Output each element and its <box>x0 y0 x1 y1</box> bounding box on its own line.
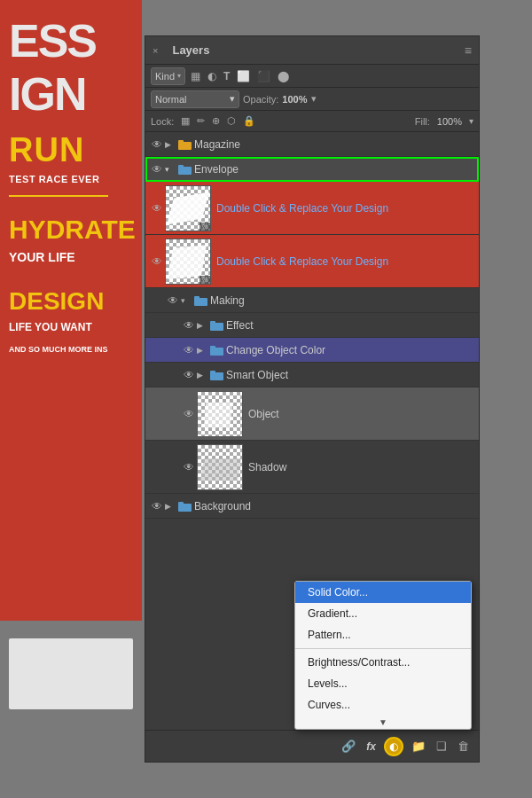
dropdown-item-gradient[interactable]: Gradient... <box>295 603 471 624</box>
poster-text-ess: ESS <box>9 18 133 64</box>
lock-row: Lock: ▦ ✏ ⊕ ⬡ 🔒 Fill: 100% ▾ <box>145 111 479 132</box>
add-adjustment-icon[interactable]: ◐ <box>384 737 403 756</box>
kind-dropdown-arrow: ▾ <box>177 72 181 80</box>
visibility-icon-shadow[interactable]: 👁 <box>181 459 197 475</box>
layer-row-effect[interactable]: 👁 ▶ Effect <box>145 313 479 338</box>
blend-mode-arrow: ▾ <box>230 93 235 105</box>
fx-icon[interactable]: fx <box>364 739 379 755</box>
lock-pixels-icon[interactable]: ▦ <box>179 114 192 128</box>
opacity-arrow[interactable]: ▾ <box>311 93 317 105</box>
svg-rect-5 <box>194 296 200 299</box>
svg-rect-10 <box>210 372 223 380</box>
envelope-white <box>9 638 133 709</box>
lock-paint-icon[interactable]: ✏ <box>195 114 207 128</box>
kind-dropdown[interactable]: Kind ▾ <box>151 67 185 85</box>
svg-rect-13 <box>178 502 184 505</box>
opacity-row: Opacity: 100% ▾ <box>243 93 317 105</box>
dropdown-item-levels[interactable]: Levels... <box>295 673 471 694</box>
layer-row-making[interactable]: 👁 ▾ Making <box>145 288 479 313</box>
close-icon[interactable]: × <box>153 45 158 56</box>
expand-arrow-magazine[interactable]: ▶ <box>165 140 177 149</box>
visibility-icon-object[interactable]: 👁 <box>181 406 197 422</box>
lock-artboard-icon[interactable]: ⬡ <box>225 114 238 128</box>
visibility-icon-double1[interactable]: 👁 <box>149 200 165 216</box>
visibility-icon-magazine[interactable]: 👁 <box>149 137 165 153</box>
layer-row-shadow[interactable]: 👁 Shadow <box>145 441 479 494</box>
layer-row-magazine[interactable]: 👁 ▶ Magazine <box>145 132 479 157</box>
blend-mode-label: Normal <box>155 94 186 105</box>
poster-red: ESS IGN RUN TEST RACE EVER HYDRATE YOUR … <box>0 0 142 621</box>
poster-text-and: AND SO MUCH MORE INS <box>9 345 133 354</box>
link-layers-icon[interactable]: 🔗 <box>339 738 358 755</box>
fill-arrow[interactable]: ▾ <box>469 116 473 126</box>
blend-mode-dropdown[interactable]: Normal ▾ <box>151 90 239 108</box>
duplicate-icon[interactable]: ❑ <box>434 738 450 755</box>
lock-position-icon[interactable]: ⊕ <box>210 114 222 128</box>
visibility-icon-background[interactable]: 👁 <box>149 498 165 514</box>
expand-arrow-making[interactable]: ▾ <box>181 296 193 305</box>
visibility-icon-making[interactable]: 👁 <box>165 293 181 309</box>
folder-icon-magazine <box>177 137 192 152</box>
expand-arrow-envelope[interactable]: ▾ <box>165 165 177 174</box>
layer-row-envelope[interactable]: 👁 ▾ Envelope <box>145 157 479 182</box>
layer-row-smart-object[interactable]: 👁 ▶ Smart Object <box>145 363 479 387</box>
svg-rect-2 <box>178 167 192 175</box>
dropdown-separator <box>295 648 471 649</box>
extra-filter-icon[interactable]: ⬤ <box>276 69 291 83</box>
dropdown-more-arrow[interactable]: ▼ <box>295 716 471 729</box>
bottom-toolbar: 🔗 fx ◐ 📁 ❑ 🗑 Solid Color... Gradient... … <box>145 730 479 762</box>
layer-row-object[interactable]: 👁 Object <box>145 387 479 441</box>
layer-row-double2[interactable]: 👁 ⛓ Double Click & Replace Your Design <box>145 235 479 288</box>
dropdown-item-solid-color[interactable]: Solid Color... <box>295 582 471 603</box>
visibility-icon-effect[interactable]: 👁 <box>181 317 197 333</box>
adjustment-dropdown-menu: Solid Color... Gradient... Pattern... Br… <box>294 581 472 730</box>
expand-arrow-change-object[interactable]: ▶ <box>197 346 209 355</box>
visibility-icon-change-object[interactable]: 👁 <box>181 342 197 358</box>
shape-filter-icon[interactable]: ⬜ <box>235 69 252 83</box>
blend-mode-row: Normal ▾ Opacity: 100% ▾ <box>145 88 479 111</box>
visibility-icon-smart-object[interactable]: 👁 <box>181 367 197 383</box>
fill-value[interactable]: 100% <box>437 116 462 127</box>
poster-text-ign: IGN <box>9 71 133 117</box>
layer-name-making: Making <box>210 294 475 307</box>
svg-rect-3 <box>178 165 184 168</box>
delete-layer-icon[interactable]: 🗑 <box>455 738 472 755</box>
visibility-icon-double2[interactable]: 👁 <box>149 254 165 270</box>
visibility-icon-envelope[interactable]: 👁 <box>149 161 165 177</box>
opacity-value[interactable]: 100% <box>282 94 307 105</box>
layer-name-background: Background <box>194 500 475 512</box>
dropdown-item-curves[interactable]: Curves... <box>295 694 471 716</box>
layer-name-magazine: Magazine <box>194 138 475 151</box>
smart-filter-icon[interactable]: ⬛ <box>255 69 272 83</box>
panel-menu-icon[interactable]: ≡ <box>465 43 472 58</box>
folder-icon-background <box>177 499 192 513</box>
dropdown-item-brightness[interactable]: Brightness/Contrast... <box>295 652 471 673</box>
svg-rect-7 <box>210 321 215 324</box>
layer-row-change-object[interactable]: 👁 ▶ Change Object Color <box>145 338 479 363</box>
new-group-icon[interactable]: 📁 <box>409 738 428 755</box>
expand-arrow-smart-object[interactable]: ▶ <box>197 371 209 379</box>
kind-label: Kind <box>155 71 175 82</box>
pixel-filter-icon[interactable]: ▦ <box>189 69 202 83</box>
circle-filter-icon[interactable]: ◐ <box>206 69 218 83</box>
folder-icon-envelope <box>177 162 192 176</box>
layer-name-change-object: Change Object Color <box>226 344 475 356</box>
layer-name-double1: Double Click & Replace Your Design <box>216 202 475 215</box>
svg-rect-12 <box>178 504 192 512</box>
folder-icon-making <box>193 293 207 308</box>
kind-row: Kind ▾ ▦ ◐ T ⬜ ⬛ ⬤ <box>145 65 479 88</box>
expand-arrow-effect[interactable]: ▶ <box>197 321 209 330</box>
svg-rect-11 <box>210 371 215 373</box>
svg-rect-6 <box>210 323 223 331</box>
lock-all-icon[interactable]: 🔒 <box>241 114 257 128</box>
lock-icons: ▦ ✏ ⊕ ⬡ 🔒 <box>179 114 257 128</box>
layer-name-envelope: Envelope <box>194 163 475 176</box>
poster-text-design: DESIGN <box>9 289 133 314</box>
poster-text-life: LIFE YOU WANT <box>9 321 133 333</box>
expand-arrow-background[interactable]: ▶ <box>165 502 177 511</box>
poster-text-hydrate: HYDRATE <box>9 216 133 243</box>
layer-row-double1[interactable]: 👁 ⛓ Double Click & Replace Your Design <box>145 182 479 235</box>
layer-row-background[interactable]: 👁 ▶ Background <box>145 494 479 519</box>
type-filter-icon[interactable]: T <box>222 69 231 83</box>
dropdown-item-pattern[interactable]: Pattern... <box>295 624 471 645</box>
